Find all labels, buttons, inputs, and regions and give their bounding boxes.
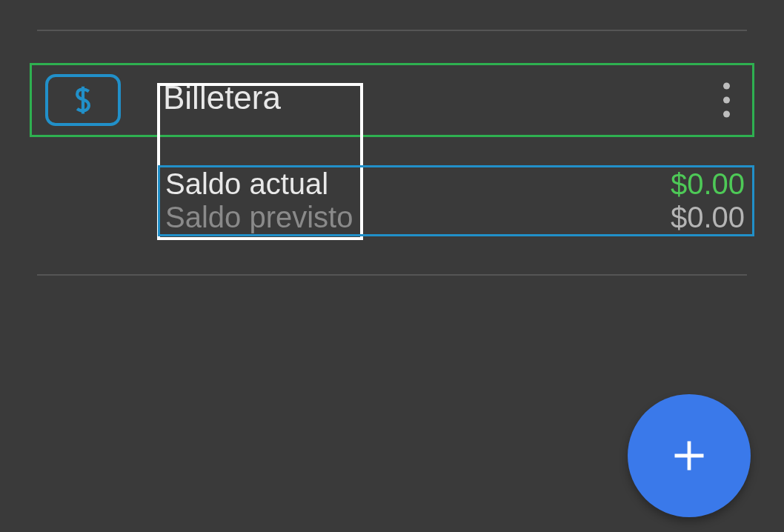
plus-icon: [670, 436, 708, 475]
more-vertical-icon: [723, 83, 730, 90]
expected-balance-line: Saldo previsto $0.00: [165, 201, 745, 234]
add-fab-button[interactable]: [628, 394, 751, 517]
divider-bottom: [37, 274, 747, 276]
divider-top: [37, 30, 747, 31]
wallet-header-row[interactable]: [30, 63, 754, 137]
more-menu-button[interactable]: [716, 76, 737, 125]
expected-balance-value: $0.00: [671, 201, 745, 234]
expected-balance-label: Saldo previsto: [165, 201, 353, 234]
wallet-dollar-icon: [45, 74, 121, 126]
current-balance-label: Saldo actual: [165, 167, 328, 201]
current-balance-line: Saldo actual $0.00: [165, 167, 745, 201]
current-balance-value: $0.00: [671, 167, 745, 201]
dollar-icon: [71, 84, 95, 116]
balance-section[interactable]: Saldo actual $0.00 Saldo previsto $0.00: [158, 165, 754, 236]
wallet-title: Billetera: [163, 79, 281, 116]
